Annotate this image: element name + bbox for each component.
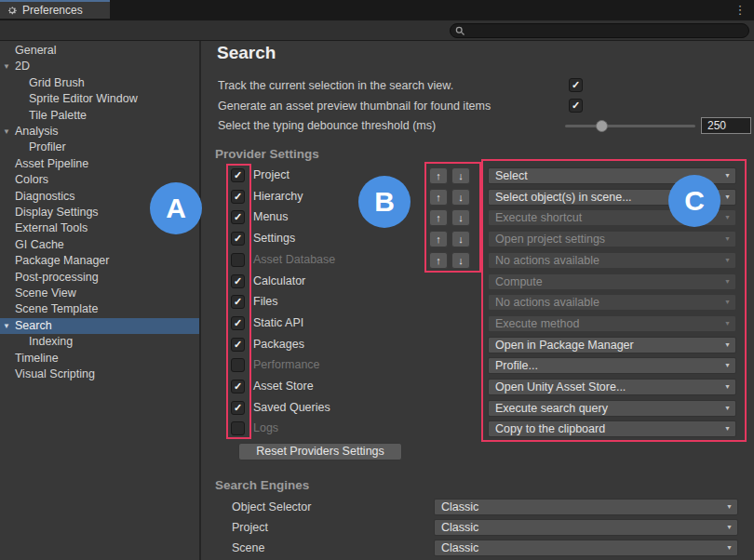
provider-checkbox-project[interactable]: ✓ [231,168,245,182]
provider-checkbox-hierarchy[interactable]: ✓ [231,190,245,204]
sidebar-item-display-settings[interactable]: Display Settings [0,205,199,220]
tab-preferences[interactable]: Preferences [0,0,110,19]
sidebar-item-colors[interactable]: Colors [0,172,199,188]
chevron-down-icon: ▼ [724,380,731,394]
provider-label-asset-store: Asset Store [253,379,314,394]
search-engine-dropdown-object-selector[interactable]: Classic▼ [434,499,738,515]
sidebar-item-diagnostics[interactable]: Diagnostics [0,189,199,205]
settings-toolbar [0,20,754,41]
provider-label-calculator: Calculator [253,273,305,289]
provider-checkbox-calculator[interactable]: ✓ [231,274,245,288]
provider-action-dropdown-asset-database: No actions available▼ [488,252,736,269]
provider-action-dropdown-logs[interactable]: Copy to the clipboard▼ [488,420,736,437]
provider-action-dropdown-settings: Open project settings▼ [488,231,736,247]
chevron-down-icon: ▼ [724,421,731,436]
settings-search-field[interactable] [450,23,749,38]
provider-label-packages: Packages [253,337,304,353]
search-icon [455,26,465,36]
provider-move-up-button-asset-database[interactable]: ↑ [429,252,448,269]
debounce-slider-track[interactable] [565,125,695,127]
sidebar-item-asset-pipeline[interactable]: Asset Pipeline [0,156,199,172]
provider-settings-header: Provider Settings [215,147,319,161]
provider-move-down-button-menus[interactable]: ↓ [451,209,470,226]
provider-checkbox-packages[interactable]: ✓ [231,338,245,352]
sidebar-item-label: Display Settings [15,205,99,220]
provider-checkbox-menus[interactable]: ✓ [231,210,245,224]
provider-checkbox-asset-database[interactable] [231,253,245,267]
sidebar-item-2d[interactable]: ▼2D [0,59,199,74]
sidebar-item-indexing[interactable]: Indexing [0,334,199,350]
sidebar-item-sprite-editor-window[interactable]: Sprite Editor Window [0,91,199,107]
expander-icon[interactable]: ▼ [3,59,12,74]
provider-checkbox-files[interactable]: ✓ [231,295,245,309]
provider-action-dropdown-hierarchy[interactable]: Select object(s) in scene...▼ [488,189,736,206]
debounce-slider-thumb[interactable] [596,120,608,132]
expander-icon[interactable]: ▼ [3,124,12,140]
sidebar-item-tile-palette[interactable]: Tile Palette [0,108,199,124]
sidebar-item-package-manager[interactable]: Package Manager [0,253,199,269]
expander-icon[interactable]: ▼ [3,318,12,334]
provider-action-dropdown-files: No actions available▼ [488,294,736,311]
provider-move-up-button-menus[interactable]: ↑ [429,209,448,226]
sidebar-item-label: External Tools [15,220,88,236]
provider-move-up-button-project[interactable]: ↑ [429,167,448,184]
provider-label-static-api: Static API [253,315,303,331]
sidebar-item-label: Profiler [29,140,66,155]
provider-move-up-button-hierarchy[interactable]: ↑ [429,189,448,206]
option-preview-thumbnail-checkbox[interactable]: ✓ [569,99,583,113]
sidebar-item-label: Scene View [15,286,76,301]
chevron-down-icon: ▼ [726,500,733,514]
debounce-value-field[interactable] [701,117,751,134]
provider-move-up-button-settings[interactable]: ↑ [429,231,448,247]
sidebar-item-general[interactable]: General [0,43,199,59]
provider-move-down-button-project[interactable]: ↓ [451,167,470,184]
provider-move-down-button-hierarchy[interactable]: ↓ [451,189,470,206]
chevron-down-icon: ▼ [724,190,731,205]
search-engine-label-object-selector: Object Selector [232,499,311,515]
provider-action-dropdown-asset-store[interactable]: Open Unity Asset Store...▼ [488,379,736,395]
provider-label-performance: Performance [253,357,320,373]
sidebar-item-scene-view[interactable]: Scene View [0,286,199,301]
reset-providers-button[interactable]: Reset Providers Settings [238,443,402,460]
sidebar-item-post-processing[interactable]: Post-processing [0,270,199,286]
page-title: Search [217,43,276,63]
option-track-selection-label: Track the current selection in the searc… [218,78,453,93]
kebab-menu-icon[interactable]: ⋮ [734,2,747,19]
sidebar-item-visual-scripting[interactable]: Visual Scripting [0,367,199,382]
provider-checkbox-performance[interactable] [231,358,245,372]
sidebar-item-gi-cache[interactable]: GI Cache [0,237,199,253]
provider-action-dropdown-project[interactable]: Select▼ [488,167,736,184]
provider-checkbox-settings[interactable]: ✓ [231,232,245,246]
sidebar-item-label: 2D [15,59,30,74]
sidebar-item-timeline[interactable]: Timeline [0,351,199,367]
dropdown-selected-value: Execute search query [495,401,608,416]
sidebar-item-search[interactable]: ▼Search [0,318,199,334]
provider-action-dropdown-saved-queries[interactable]: Execute search query▼ [488,400,736,417]
dropdown-selected-value: Select object(s) in scene... [495,190,632,205]
chevron-down-icon: ▼ [724,338,731,353]
dropdown-selected-value: No actions available [495,253,599,268]
provider-move-down-button-settings[interactable]: ↓ [451,231,470,247]
sidebar-item-grid-brush[interactable]: Grid Brush [0,75,199,91]
provider-action-dropdown-packages[interactable]: Open in Package Manager▼ [488,337,736,353]
option-track-selection-checkbox[interactable]: ✓ [569,78,583,92]
provider-move-down-button-asset-database[interactable]: ↓ [451,252,470,269]
search-engine-dropdown-scene[interactable]: Classic▼ [434,540,738,556]
provider-checkbox-static-api[interactable]: ✓ [231,316,245,330]
sidebar-item-label: Visual Scripting [15,367,95,382]
gear-icon [7,5,18,16]
window-tab-bar: Preferences ⋮ [0,0,754,20]
settings-search-input[interactable] [465,24,739,37]
dropdown-selected-value: Compute [495,274,543,289]
sidebar-item-scene-template[interactable]: Scene Template [0,301,199,317]
provider-checkbox-asset-store[interactable]: ✓ [231,380,245,393]
provider-checkbox-saved-queries[interactable]: ✓ [231,401,245,415]
sidebar-item-label: Package Manager [15,253,109,269]
provider-action-dropdown-performance[interactable]: Profile...▼ [488,357,736,374]
search-engine-dropdown-project[interactable]: Classic▼ [434,519,738,536]
sidebar-item-external-tools[interactable]: External Tools [0,220,199,236]
provider-checkbox-logs[interactable] [231,421,245,435]
sidebar-item-analysis[interactable]: ▼Analysis [0,124,199,140]
sidebar-item-profiler[interactable]: Profiler [0,140,199,155]
sidebar-item-label: Analysis [15,124,59,140]
